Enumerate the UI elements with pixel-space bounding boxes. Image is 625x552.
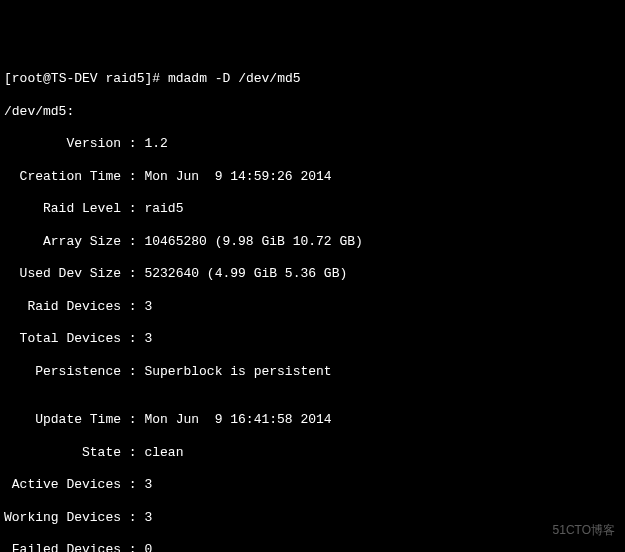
field-working-devices: Working Devices : 3 bbox=[4, 510, 621, 526]
field-failed-devices: Failed Devices : 0 bbox=[4, 542, 621, 552]
at-sign: @ bbox=[43, 71, 51, 86]
field-raid-devices: Raid Devices : 3 bbox=[4, 299, 621, 315]
field-creation-time: Creation Time : Mon Jun 9 14:59:26 2014 bbox=[4, 169, 621, 185]
field-update-time: Update Time : Mon Jun 9 16:41:58 2014 bbox=[4, 412, 621, 428]
field-total-devices: Total Devices : 3 bbox=[4, 331, 621, 347]
prompt-host: TS-DEV bbox=[51, 71, 98, 86]
prompt-line-1[interactable]: [root@TS-DEV raid5]# mdadm -D /dev/md5 bbox=[4, 71, 621, 87]
prompt-symbol: # bbox=[152, 71, 160, 86]
device-header: /dev/md5: bbox=[4, 104, 621, 120]
watermark: 51CTO博客 bbox=[553, 523, 615, 538]
field-persistence: Persistence : Superblock is persistent bbox=[4, 364, 621, 380]
prompt-prefix: [ bbox=[4, 71, 12, 86]
prompt-cwd: raid5 bbox=[105, 71, 144, 86]
field-active-devices: Active Devices : 3 bbox=[4, 477, 621, 493]
field-state: State : clean bbox=[4, 445, 621, 461]
field-raid-level: Raid Level : raid5 bbox=[4, 201, 621, 217]
prompt-user: root bbox=[12, 71, 43, 86]
field-array-size: Array Size : 10465280 (9.98 GiB 10.72 GB… bbox=[4, 234, 621, 250]
field-version: Version : 1.2 bbox=[4, 136, 621, 152]
field-used-dev-size: Used Dev Size : 5232640 (4.99 GiB 5.36 G… bbox=[4, 266, 621, 282]
command-text: mdadm -D /dev/md5 bbox=[168, 71, 301, 86]
